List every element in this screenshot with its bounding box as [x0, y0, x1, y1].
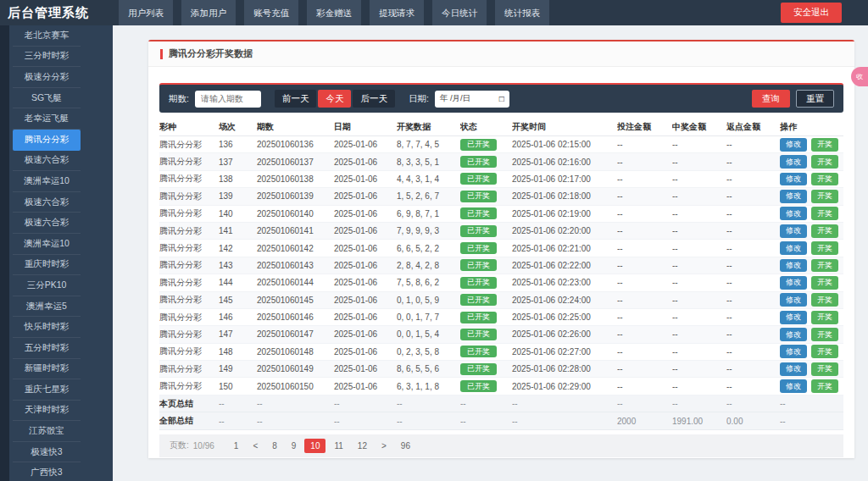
sidebar-item-极速六合彩[interactable]: 极速六合彩 — [13, 213, 81, 234]
sidebar-item-SG飞艇[interactable]: SG飞艇 — [13, 88, 81, 109]
sidebar-item-三分时时彩[interactable]: 三分时时彩 — [13, 47, 81, 68]
next-day-button[interactable]: 后一天 — [353, 90, 395, 108]
logout-button[interactable]: 安全退出 — [781, 3, 842, 23]
edit-button[interactable]: 修改 — [780, 345, 807, 358]
sidebar-item-老北京赛车[interactable]: 老北京赛车 — [13, 25, 81, 47]
sidebar-item-新疆时时彩[interactable]: 新疆时时彩 — [13, 359, 81, 380]
sidebar-item-江苏骰宝[interactable]: 江苏骰宝 — [13, 421, 81, 442]
sidebar-item-极速快3[interactable]: 极速快3 — [13, 442, 81, 463]
cell-period: 202501060136 — [257, 140, 334, 149]
column-header-场次: 场次 — [219, 121, 257, 133]
cell-win-amount: -- — [672, 296, 726, 305]
edit-button[interactable]: 修改 — [780, 259, 807, 273]
page-button-1[interactable]: 1 — [228, 439, 245, 453]
draw-button[interactable]: 开奖 — [811, 155, 838, 169]
reset-button[interactable]: 重置 — [796, 90, 834, 108]
sidebar-item-重庆时时彩[interactable]: 重庆时时彩 — [13, 255, 81, 276]
sidebar-item-澳洲幸运10[interactable]: 澳洲幸运10 — [13, 171, 81, 192]
draw-button[interactable]: 开奖 — [811, 345, 838, 358]
period-input[interactable] — [195, 91, 261, 108]
nav-item-今日统计[interactable]: 今日统计 — [432, 0, 487, 25]
edit-button[interactable]: 修改 — [780, 224, 807, 238]
cell-rebate-amount: -- — [726, 382, 780, 391]
cell-actions: 修改开奖 — [780, 173, 843, 186]
page-button-11[interactable]: 11 — [328, 439, 348, 453]
sidebar-item-极速六合彩[interactable]: 极速六合彩 — [13, 151, 81, 172]
table-row: 腾讯分分彩1452025010601452025-01-060, 1, 0, 5… — [159, 292, 843, 309]
draw-button[interactable]: 开奖 — [811, 362, 838, 376]
page-button-10[interactable]: 10 — [304, 439, 326, 453]
date-picker-input[interactable]: 年 /月/日 □ — [435, 91, 509, 108]
draw-button[interactable]: 开奖 — [811, 138, 838, 152]
sidebar-item-广西快3[interactable]: 广西快3 — [13, 462, 81, 481]
draw-button[interactable]: 开奖 — [811, 241, 838, 255]
today-button[interactable]: 今天 — [318, 90, 351, 108]
edit-button[interactable]: 修改 — [780, 276, 807, 290]
sidebar-item-澳洲幸运5[interactable]: 澳洲幸运5 — [13, 296, 81, 318]
edit-button[interactable]: 修改 — [780, 138, 807, 152]
edit-button[interactable]: 修改 — [780, 155, 807, 169]
sidebar-item-腾讯分分彩[interactable]: 腾讯分分彩 — [13, 130, 81, 151]
table-row: 腾讯分分彩1462025010601462025-01-060, 0, 1, 7… — [159, 309, 843, 326]
prev-day-button[interactable]: 前一天 — [275, 90, 317, 108]
status-badge: 已开奖 — [460, 225, 497, 237]
sidebar-item-极速六合彩[interactable]: 极速六合彩 — [13, 192, 81, 213]
cell-date: 2025-01-06 — [334, 364, 397, 373]
draw-button[interactable]: 开奖 — [811, 224, 838, 238]
page-button-96[interactable]: 96 — [395, 439, 416, 453]
nav-item-统计报表[interactable]: 统计报表 — [495, 0, 549, 25]
draw-button[interactable]: 开奖 — [811, 207, 838, 220]
edit-button[interactable]: 修改 — [780, 207, 807, 220]
sidebar-item-天津时时彩[interactable]: 天津时时彩 — [13, 401, 81, 422]
cell-status: 已开奖 — [460, 207, 512, 219]
summary-cell: -- — [334, 417, 397, 426]
draw-button[interactable]: 开奖 — [811, 328, 838, 341]
draw-button[interactable]: 开奖 — [811, 379, 838, 393]
cell-actions: 修改开奖 — [780, 224, 843, 238]
cell-draw-time: 2025-01-06 02:21:00 — [512, 244, 617, 253]
edit-button[interactable]: 修改 — [780, 328, 807, 341]
cell-lottery: 腾讯分分彩 — [159, 312, 219, 323]
nav-item-添加用户[interactable]: 添加用户 — [181, 0, 236, 25]
page-button-9[interactable]: 9 — [286, 439, 303, 453]
status-badge: 已开奖 — [460, 346, 497, 357]
edit-button[interactable]: 修改 — [780, 190, 807, 203]
page-button-<[interactable]: < — [247, 439, 264, 453]
edit-button[interactable]: 修改 — [780, 241, 807, 255]
draw-button[interactable]: 开奖 — [811, 173, 838, 186]
nav-item-彩金赠送[interactable]: 彩金赠送 — [307, 0, 361, 25]
cell-rebate-amount: -- — [726, 140, 780, 149]
page-button-12[interactable]: 12 — [352, 439, 373, 453]
nav-item-账号充值[interactable]: 账号充值 — [244, 0, 298, 25]
column-header-返点金额: 返点金额 — [726, 121, 780, 133]
nav-item-提现请求[interactable]: 提现请求 — [370, 0, 424, 25]
summary-cell: 0.00 — [726, 417, 780, 426]
filter-bar: 期数: 前一天 今天 后一天 日期: 年 /月/日 □ 查询 重置 — [159, 83, 843, 113]
draw-button[interactable]: 开奖 — [811, 311, 838, 324]
sidebar-item-重庆七星彩[interactable]: 重庆七星彩 — [13, 379, 81, 401]
search-button[interactable]: 查询 — [752, 90, 790, 108]
sidebar-item-快乐时时彩[interactable]: 快乐时时彩 — [13, 317, 81, 338]
sidebar-item-极速分分彩[interactable]: 极速分分彩 — [13, 67, 81, 88]
draw-button[interactable]: 开奖 — [811, 293, 838, 307]
sidebar-item-澳洲幸运10[interactable]: 澳洲幸运10 — [13, 234, 81, 255]
floating-side-tab[interactable]: 收 — [851, 67, 868, 86]
nav-item-用户列表[interactable]: 用户列表 — [119, 0, 173, 25]
edit-button[interactable]: 修改 — [780, 311, 807, 324]
edit-button[interactable]: 修改 — [780, 379, 807, 393]
cell-lottery: 腾讯分分彩 — [159, 294, 219, 306]
sidebar-item-五分时时彩[interactable]: 五分时时彩 — [13, 338, 81, 359]
page-button->[interactable]: > — [376, 439, 392, 453]
draw-button[interactable]: 开奖 — [811, 259, 838, 273]
edit-button[interactable]: 修改 — [780, 362, 807, 376]
draw-button[interactable]: 开奖 — [811, 190, 838, 203]
cell-win-amount: -- — [672, 191, 726, 201]
draw-button[interactable]: 开奖 — [811, 276, 838, 290]
page-button-8[interactable]: 8 — [266, 439, 283, 453]
edit-button[interactable]: 修改 — [780, 173, 807, 186]
sidebar-item-三分PK10[interactable]: 三分PK10 — [13, 275, 81, 296]
cell-actions: 修改开奖 — [780, 328, 843, 341]
edit-button[interactable]: 修改 — [780, 293, 807, 307]
sidebar-item-老幸运飞艇[interactable]: 老幸运飞艇 — [13, 108, 81, 130]
cell-rebate-amount: -- — [726, 191, 780, 201]
